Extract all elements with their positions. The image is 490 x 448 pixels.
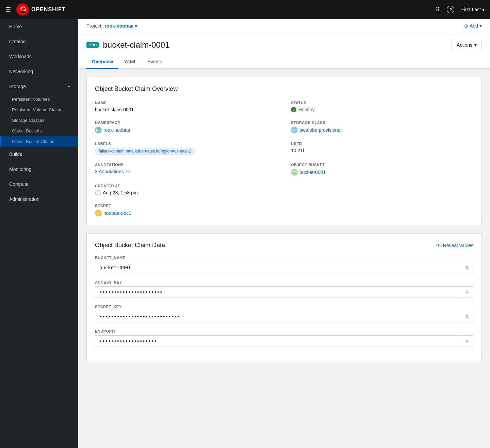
data-section-header: Object Bucket Claim Data 👁 Reveal Values: [95, 242, 473, 249]
hamburger-menu[interactable]: ☰: [5, 6, 11, 13]
sidebar-item-storage[interactable]: Storage ▾: [0, 79, 78, 94]
object-buckets-label: Object Buckets: [12, 128, 42, 133]
object-bucket-claims-label: Object Bucket Claims: [12, 139, 54, 144]
data-section-title: Object Bucket Claim Data: [95, 242, 165, 249]
tab-events[interactable]: Events: [142, 55, 167, 69]
secret-key-field-label: SECRET_KEY: [95, 305, 473, 309]
main-layout: Home Catalog Workloads Networking Storag…: [0, 19, 490, 448]
endpoint-copy-button[interactable]: ⎘: [462, 335, 473, 347]
sidebar-sub-object-buckets[interactable]: Object Buckets: [0, 126, 78, 136]
secret-key-input-row: ⎘: [95, 311, 473, 322]
sidebar-sub-persistent-volume-claims[interactable]: Persistent Volume Claims: [0, 105, 78, 115]
logo-text: OPENSHIFT: [31, 6, 66, 13]
storage-class-badge-icon: SC: [291, 127, 298, 133]
details-grid: NAME bucket-claim-0001 STATUS Healthy NA…: [95, 101, 473, 217]
overview-section-title: Object Bucket Claim Overview: [95, 85, 473, 93]
project-chevron-icon: ▾: [135, 23, 137, 29]
secret-key-input[interactable]: [95, 311, 462, 322]
name-label: NAME: [95, 101, 277, 105]
actions-chevron-icon: ▾: [474, 42, 477, 48]
clock-icon: 🕐: [95, 190, 101, 195]
sidebar-item-workloads[interactable]: Workloads: [0, 49, 78, 64]
access-key-copy-button[interactable]: ⎘: [462, 286, 473, 298]
name-field: NAME bucket-claim-0001: [95, 101, 277, 112]
secret-key-field-group: SECRET_KEY ⎘: [95, 305, 473, 322]
label-chip[interactable]: failure-domain.beta.kubernetes.io/region…: [95, 148, 195, 155]
endpoint-input[interactable]: [95, 335, 462, 347]
user-menu-chevron: ▾: [482, 7, 485, 12]
object-bucket-badge-icon: OB: [291, 169, 298, 176]
bucket-name-input[interactable]: [95, 262, 462, 273]
annotations-link[interactable]: 3 Annotations: [95, 169, 124, 174]
user-menu[interactable]: First Last ▾: [461, 7, 485, 12]
sidebar-sub-persistent-volumes[interactable]: Persistent Volumes: [0, 94, 78, 105]
object-bucket-link[interactable]: bucket-0001: [299, 170, 326, 175]
access-key-field-label: ACCESS_KEY: [95, 280, 473, 284]
status-label: STATUS: [291, 101, 473, 105]
add-chevron-icon: ▾: [479, 23, 482, 29]
secret-badge-icon: S: [95, 210, 102, 217]
sidebar-item-compute[interactable]: Compute: [0, 177, 78, 192]
endpoint-field-label: ENDPOINT: [95, 329, 473, 333]
sidebar-item-compute-label: Compute: [9, 181, 29, 187]
page-header: OBC bucket-claim-0001 Actions ▾: [78, 33, 490, 50]
object-bucket-label: OBJECT BUCKET: [291, 163, 473, 167]
edit-icon[interactable]: ✏: [126, 169, 130, 174]
help-icon[interactable]: ?: [447, 6, 454, 13]
sidebar-item-administration[interactable]: Administration: [0, 192, 78, 207]
sidebar: Home Catalog Workloads Networking Storag…: [0, 19, 78, 448]
storage-classes-label: Storage Classes: [12, 118, 44, 123]
sidebar-item-builds-label: Builds: [9, 151, 22, 157]
sidebar-item-builds[interactable]: Builds: [0, 147, 78, 162]
project-label: Project:: [86, 23, 102, 29]
secret-link[interactable]: noobaa-obc1: [103, 210, 131, 216]
sidebar-item-networking[interactable]: Networking: [0, 64, 78, 79]
sidebar-item-home[interactable]: Home: [0, 19, 78, 34]
tab-overview-label: Overview: [92, 59, 113, 64]
add-button[interactable]: ⊕ Add ▾: [464, 23, 482, 29]
tab-overview[interactable]: Overview: [86, 55, 118, 69]
add-label: Add: [470, 23, 478, 29]
bucket-name-field-label: BUCKET_NAME: [95, 256, 473, 260]
user-name: First Last: [461, 7, 481, 12]
storage-class-label: STORAGE CLASS: [291, 121, 473, 125]
obc-badge: OBC: [86, 42, 99, 48]
tabs: Overview YAML Events: [78, 55, 490, 69]
persistent-volume-claims-label: Persistent Volume Claims: [12, 107, 62, 112]
grid-icon[interactable]: ⠿: [436, 6, 440, 13]
name-value: bucket-claim-0001: [95, 107, 277, 112]
svg-point-0: [16, 3, 29, 16]
sidebar-item-monitoring[interactable]: Monitoring: [0, 162, 78, 177]
sidebar-item-networking-label: Networking: [9, 69, 33, 74]
access-key-input[interactable]: [95, 286, 462, 298]
created-at-label: CREATED AT: [95, 184, 277, 188]
sidebar-item-catalog-label: Catalog: [9, 39, 26, 44]
used-label: USED: [291, 142, 473, 146]
annotations-value: 3 Annotations ✏: [95, 169, 277, 174]
svg-point-1: [20, 11, 25, 13]
secret-key-copy-button[interactable]: ⎘: [462, 311, 473, 322]
bucket-name-copy-button[interactable]: ⎘: [462, 262, 473, 273]
reveal-values-button[interactable]: 👁 Reveal Values: [436, 243, 473, 248]
storage-class-link[interactable]: aws-obc-provisioner: [299, 127, 342, 133]
labels-label: LABELS: [95, 142, 277, 146]
sidebar-item-catalog[interactable]: Catalog: [0, 34, 78, 49]
sidebar-item-storage-label: Storage: [9, 84, 26, 89]
labels-field: LABELS failure-domain.beta.kubernetes.io…: [95, 142, 277, 155]
top-nav: ☰ OPENSHIFT ⠿ ? First Last ▾: [0, 0, 490, 19]
sidebar-sub-object-bucket-claims[interactable]: Object Bucket Claims: [0, 136, 78, 147]
namespace-value: NS rook-noobaa: [95, 127, 277, 133]
content-area: Project: rook-noobaa ▾ ⊕ Add ▾ OBC bucke…: [78, 19, 490, 448]
actions-button[interactable]: Actions ▾: [452, 40, 482, 50]
eye-icon: 👁: [436, 243, 441, 248]
namespace-link[interactable]: rook-noobaa: [103, 127, 130, 133]
tab-yaml[interactable]: YAML: [118, 55, 142, 69]
page-title: bucket-claim-0001: [103, 40, 169, 50]
tab-yaml-label: YAML: [124, 59, 136, 64]
project-selector[interactable]: rook-noobaa ▾: [104, 23, 137, 29]
status-text: Healthy: [298, 107, 314, 112]
used-field: USED 10.2Ti: [291, 142, 473, 155]
sidebar-item-monitoring-label: Monitoring: [9, 166, 31, 172]
sidebar-sub-storage-classes[interactable]: Storage Classes: [0, 115, 78, 126]
annotations-field: ANNOTATIONS 3 Annotations ✏: [95, 163, 277, 176]
